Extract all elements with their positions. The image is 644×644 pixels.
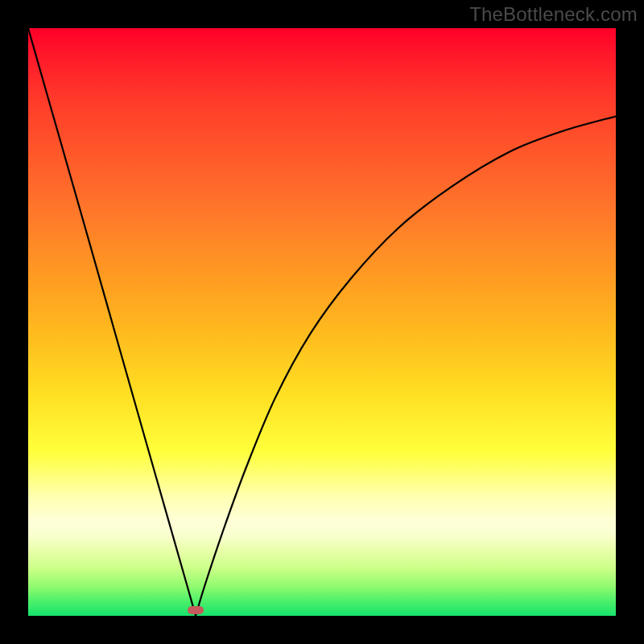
plot-area — [28, 28, 616, 616]
curve-svg — [28, 28, 616, 616]
bottleneck-curve — [28, 28, 616, 616]
attribution-text: TheBottleneck.com — [469, 3, 638, 26]
chart-frame: TheBottleneck.com — [0, 0, 644, 644]
minimum-marker — [188, 606, 204, 614]
